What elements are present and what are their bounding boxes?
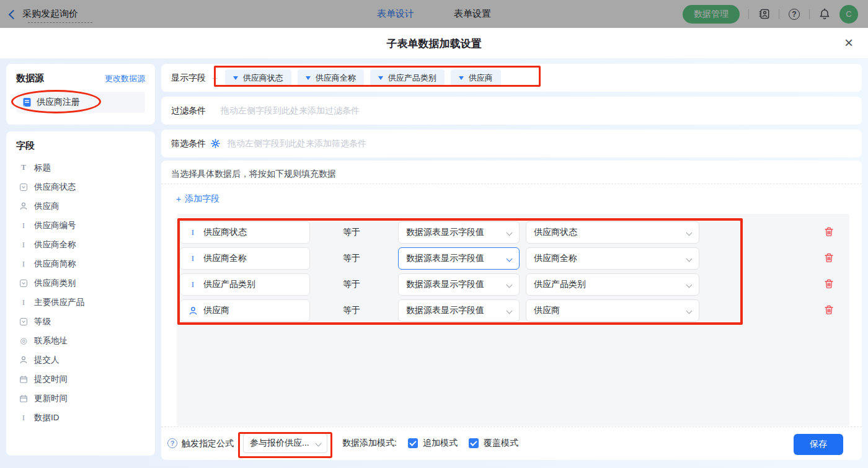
datasource-selected-item[interactable]: 供应商注册 (16, 92, 145, 113)
text-icon: I (188, 280, 198, 289)
trash-icon[interactable] (823, 226, 836, 239)
text-icon: I (188, 254, 198, 263)
tab-form-settings[interactable]: 表单设置 (454, 8, 491, 20)
display-field-tag[interactable]: 供应商状态 (225, 69, 291, 87)
field-item[interactable]: 提交时间 (16, 369, 145, 389)
source-type-dropdown[interactable]: 数据源表显示字段值 (398, 273, 520, 296)
field-item[interactable]: I供应商编号 (16, 216, 145, 235)
title-icon: T (19, 163, 29, 172)
date-icon (19, 375, 29, 384)
source-type-value: 数据源表显示字段值 (406, 279, 484, 290)
formula-dropdown[interactable]: 参与报价供应... (243, 433, 327, 453)
checkbox-checked-icon[interactable] (469, 438, 479, 448)
field-item[interactable]: 供应商状态 (16, 177, 145, 196)
tab-form-design[interactable]: 表单设计 (377, 8, 414, 20)
rules-footer: ? 触发指定公式 参与报价供应... 数据添加模式: 追加模式 覆盖模式 (161, 426, 862, 460)
mapping-row: 供应商 等于 数据源表显示字段值 供应商 (177, 299, 849, 322)
source-field-value: 供应产品类别 (534, 279, 586, 290)
target-field-box[interactable]: I供应商状态 (180, 221, 310, 244)
save-button[interactable]: 保存 (794, 434, 843, 455)
add-field-button[interactable]: + 添加字段 (176, 193, 219, 205)
trash-icon[interactable] (823, 278, 836, 291)
screening-condition-panel[interactable]: 筛选条件 拖动左侧字段到此处来添加筛选条件 (161, 130, 862, 157)
target-field-label: 供应商 (203, 305, 229, 316)
source-type-dropdown[interactable]: 数据源表显示字段值 (398, 221, 520, 244)
target-field-box[interactable]: I供应商全称 (180, 247, 310, 270)
member-icon (19, 355, 29, 364)
display-field-tag[interactable]: 供应产品类别 (370, 69, 445, 87)
top-bar: 采购发起询价 表单设计 表单设置 数据管理 ? C (0, 0, 868, 28)
checkbox-checked-icon[interactable] (408, 438, 418, 448)
modal-header: 子表单数据加载设置 × (0, 28, 868, 59)
field-label: 提交时间 (34, 374, 68, 385)
help-icon[interactable]: ? (788, 8, 800, 20)
source-field-dropdown[interactable]: 供应商 (526, 299, 699, 322)
gear-icon[interactable] (211, 139, 220, 148)
screening-condition-placeholder: 拖动左侧字段到此处来添加筛选条件 (228, 138, 366, 149)
source-type-dropdown[interactable]: 数据源表显示字段值 (398, 299, 520, 322)
field-label: 供应商编号 (34, 220, 76, 231)
filter-condition-panel[interactable]: 过滤条件 拖动左侧字段到此处来添加过滤条件 (161, 97, 862, 125)
field-item[interactable]: 更新时间 (16, 389, 145, 408)
append-mode-label: 追加模式 (423, 438, 458, 449)
divider (161, 183, 862, 184)
append-mode-checkbox-group[interactable]: 追加模式 (408, 438, 458, 449)
close-icon[interactable]: × (844, 34, 853, 51)
target-field-box[interactable]: I供应产品类别 (180, 273, 310, 296)
text-icon: I (19, 221, 29, 231)
field-item[interactable]: 等级 (16, 312, 145, 331)
chevron-down-icon (686, 281, 693, 288)
trash-icon[interactable] (823, 252, 836, 265)
rules-hint: 当选择具体数据后，将按如下规则填充数据 (171, 169, 336, 180)
chevron-down-icon (316, 440, 322, 446)
source-type-dropdown[interactable]: 数据源表显示字段值 (398, 247, 520, 270)
overwrite-mode-checkbox-group[interactable]: 覆盖模式 (469, 438, 518, 449)
display-field-tag[interactable]: 供应商全称 (298, 69, 364, 87)
target-field-box[interactable]: 供应商 (180, 299, 310, 322)
source-field-dropdown[interactable]: 供应产品类别 (526, 273, 699, 296)
field-label: 等级 (34, 316, 51, 327)
fields-title: 字段 (16, 140, 145, 152)
source-field-dropdown[interactable]: 供应商全称 (526, 247, 699, 270)
field-item[interactable]: ◎联系地址 (16, 331, 145, 350)
field-label: 供应商 (34, 201, 60, 212)
screening-condition-label: 筛选条件 (171, 138, 206, 149)
question-icon[interactable]: ? (167, 438, 177, 448)
trash-icon[interactable] (823, 304, 836, 317)
field-item[interactable]: T标题 (16, 158, 145, 177)
chevron-down-icon (507, 307, 513, 314)
field-item[interactable]: 提交人 (16, 350, 145, 369)
field-label: 提交人 (34, 355, 60, 366)
member-icon (19, 201, 29, 211)
triangle-down-icon (378, 76, 383, 80)
datasource-title: 数据源 (16, 73, 44, 84)
filter-condition-placeholder: 拖动左侧字段到此处来添加过滤条件 (221, 105, 360, 117)
addressbook-icon[interactable] (758, 8, 770, 20)
overwrite-mode-label: 覆盖模式 (484, 438, 518, 449)
add-display-field-icon[interactable]: + (212, 73, 218, 83)
field-label: 供应商类别 (34, 278, 76, 289)
field-item[interactable]: I供应商全称 (16, 235, 145, 254)
field-item[interactable]: I数据ID (16, 408, 145, 427)
tag-label: 供应商 (469, 73, 493, 84)
select-icon (19, 280, 29, 287)
mapping-row: I供应商全称 等于 数据源表显示字段值 供应商全称 (177, 247, 849, 270)
operator-label: 等于 (343, 221, 383, 244)
avatar[interactable]: C (839, 5, 858, 24)
tag-label: 供应商状态 (243, 73, 283, 84)
field-item[interactable]: I主要供应产品 (16, 293, 145, 312)
field-item[interactable]: 供应商 (16, 196, 145, 216)
text-icon: I (19, 298, 29, 307)
data-manage-button[interactable]: 数据管理 (683, 5, 740, 24)
tag-label: 供应商全称 (316, 73, 356, 84)
source-field-dropdown[interactable]: 供应商状态 (526, 221, 699, 244)
source-field-value: 供应商全称 (534, 253, 577, 264)
operator-label: 等于 (343, 273, 383, 296)
field-item[interactable]: 供应商类别 (16, 273, 145, 293)
field-item[interactable]: I供应商简称 (16, 254, 145, 273)
bell-icon[interactable] (818, 8, 831, 20)
change-datasource-link[interactable]: 更改数据源 (105, 73, 145, 84)
fill-rules-panel: 当选择具体数据后，将按如下规则填充数据 + 添加字段 I供应商状态 等于 数据源… (161, 161, 862, 460)
display-field-tag[interactable]: 供应商 (451, 69, 501, 87)
source-type-value: 数据源表显示字段值 (406, 253, 484, 264)
